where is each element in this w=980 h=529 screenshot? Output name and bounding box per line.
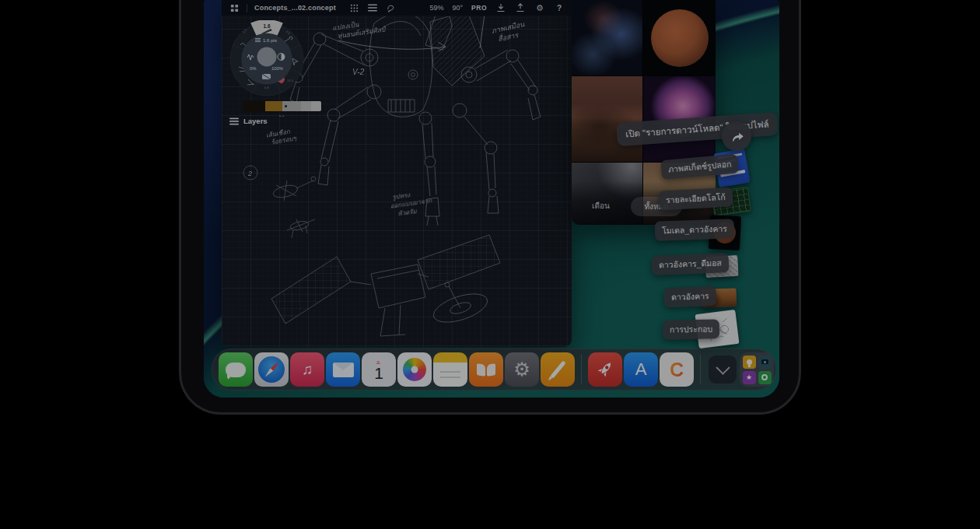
photos-icon	[403, 358, 426, 381]
pen-icon	[550, 360, 566, 378]
camera-mini-icon	[761, 359, 768, 364]
safari-icon	[258, 356, 285, 383]
drag-item-label[interactable]: ดาวอังคาร_ดีมอส	[652, 253, 730, 275]
star-mini-icon: ★	[743, 371, 756, 384]
share-fab-button[interactable]	[722, 121, 751, 151]
fill-tool-icon[interactable]	[262, 74, 271, 79]
opacity-max: 100%	[271, 66, 283, 71]
color-selection-dot	[285, 105, 287, 107]
toolbar-divider	[247, 4, 247, 12]
color-swatch-black[interactable]	[243, 101, 265, 111]
dock-app-messages[interactable]	[219, 352, 253, 387]
layers-menu-icon	[229, 117, 239, 125]
dock-app-safari[interactable]	[254, 352, 289, 387]
dock-divider	[581, 355, 582, 384]
dock-app-appstore[interactable]: A	[624, 352, 658, 387]
concepts-app-window: แปลงเป็น หุ่นยนต์เสริมศิลป์ ภาพเสมือน สื…	[222, 0, 572, 347]
drag-item-label[interactable]: การประกอบ	[663, 319, 720, 339]
dock: ♫ อ. 1 ⚙ A C ★	[212, 349, 776, 391]
satellite-sketch	[271, 235, 500, 336]
photo-horsehead-nebula[interactable]	[572, 0, 642, 75]
mars-globe-image	[651, 9, 709, 67]
dock-collapse-button[interactable]	[709, 356, 737, 384]
color-swatch-white[interactable]	[311, 101, 321, 111]
ipad-screen: แปลงเป็น หุ่นยนต์เสริมศิลป์ ภาพเสมือน สื…	[204, 0, 779, 398]
help-icon[interactable]: ?	[554, 2, 565, 13]
document-title[interactable]: Concepts_...02.concept	[254, 4, 336, 12]
chevron-down-icon	[716, 360, 730, 374]
opacity-min: 0%	[250, 66, 256, 71]
appstore-icon: A	[635, 359, 647, 380]
settings-icon: ⚙	[513, 359, 530, 380]
color-swatch-gold[interactable]	[265, 101, 282, 111]
drag-item-label[interactable]: รายละเอียดโลโก้	[658, 187, 733, 211]
tool-size-label: 1.6	[263, 23, 270, 29]
app-library-icon: ★	[743, 356, 772, 384]
svg-text:14.5: 14.5	[287, 79, 294, 82]
messages-icon	[226, 363, 246, 377]
calendar-day: 1	[374, 365, 383, 381]
layers-label: Layers	[243, 117, 268, 125]
dock-divider	[700, 355, 701, 384]
layers-button[interactable]: Layers	[229, 117, 268, 125]
dock-app-pen[interactable]	[541, 352, 575, 387]
annotation-version: V-2	[352, 68, 365, 76]
dock-app-mail[interactable]	[326, 352, 360, 387]
dock-app-calendar[interactable]: อ. 1	[362, 352, 396, 387]
dock-app-notes[interactable]	[433, 352, 467, 387]
game-mini-icon	[761, 374, 768, 380]
dock-app-library[interactable]: ★	[740, 352, 774, 387]
tool-wheel[interactable]: 1.6 1.3 3.5 14.5 6.8 1.6 pts 0% 10	[228, 20, 306, 98]
pro-badge[interactable]: PRO	[471, 4, 487, 12]
settings-gear-icon[interactable]: ⚙	[534, 2, 545, 13]
dock-app-photos[interactable]	[397, 352, 432, 387]
color-palette-bar[interactable]	[243, 101, 321, 111]
books-icon	[477, 364, 495, 376]
mail-icon	[333, 363, 354, 377]
import-icon[interactable]	[495, 2, 506, 13]
rocket-icon	[595, 359, 615, 380]
dock-app-concepts[interactable]: C	[660, 352, 694, 387]
helicopter-doodles	[243, 166, 316, 238]
colorbar-handles[interactable]: ••	[279, 114, 285, 118]
dock-app-books[interactable]	[469, 352, 503, 387]
photo-mars-hills[interactable]	[572, 76, 642, 162]
dock-app-music[interactable]: ♫	[290, 352, 324, 387]
selection-tool-icon[interactable]	[385, 2, 396, 13]
stroke-size-value: 1.6 pts	[263, 38, 277, 43]
zoom-level[interactable]: 59%	[429, 4, 443, 12]
brush-preview-circle[interactable]	[257, 47, 277, 67]
concepts-toolbar: Concepts_...02.concept 59% 90° PRO	[222, 0, 572, 16]
svg-text:6.8: 6.8	[264, 86, 269, 89]
concepts-icon: C	[670, 359, 684, 381]
photo-mars-globe[interactable]	[643, 0, 716, 75]
dots-grid-icon[interactable]	[349, 2, 360, 13]
notes-icon	[440, 371, 460, 381]
dock-app-settings[interactable]: ⚙	[505, 352, 539, 387]
tab-months[interactable]: เดือน	[592, 200, 610, 212]
export-icon[interactable]	[515, 2, 526, 13]
app-grid-icon[interactable]	[229, 2, 240, 13]
annotation-text: หัวดรัม	[397, 208, 418, 217]
drag-item-label[interactable]: โมเดล_ดาวอังคาร	[655, 219, 735, 241]
menu-icon[interactable]	[367, 2, 378, 13]
color-swatch-lightgray[interactable]	[301, 101, 311, 111]
rotation-angle[interactable]: 90°	[452, 4, 463, 12]
dock-app-rocket[interactable]	[588, 352, 622, 387]
share-arrow-icon	[729, 129, 744, 143]
tips-mini-icon	[747, 359, 752, 365]
music-icon: ♫	[302, 361, 313, 378]
drag-item-label[interactable]: ดาวอังคาร	[664, 286, 716, 307]
annotation-number: 2	[247, 170, 252, 177]
